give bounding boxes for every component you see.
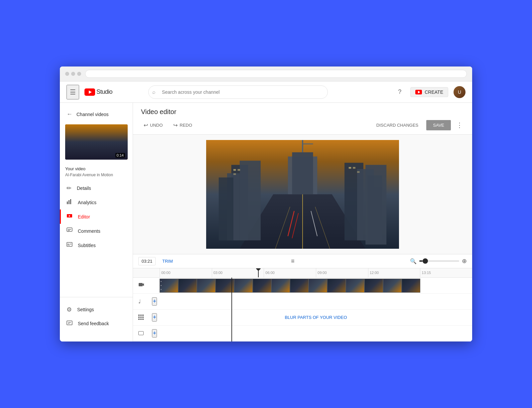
youtube-logo-icon (84, 88, 95, 96)
card-icon (138, 331, 144, 335)
redo-icon: ↪ (173, 122, 178, 128)
video-track-content (160, 278, 472, 293)
film-frame-11 (346, 279, 364, 293)
camera-icon (138, 282, 144, 288)
playhead[interactable] (258, 268, 259, 277)
svg-rect-12 (67, 242, 72, 246)
sidebar-item-analytics[interactable]: Analytics (60, 195, 133, 209)
ruler-mark-3: 09:00 (316, 268, 368, 278)
browser-chrome (60, 67, 472, 81)
add-blur-button[interactable]: + (152, 313, 157, 322)
svg-rect-31 (233, 169, 236, 171)
music-track-row: ♩ + (133, 294, 472, 310)
timeline-toolbar: 03:21 TRIM ≡ 🔍 (133, 254, 472, 268)
timeline-ruler: 00:00 03:00 06:00 09:00 12:00 13:15 (133, 268, 472, 278)
film-frame-7 (271, 279, 290, 293)
film-frame-6 (253, 279, 271, 293)
search-input[interactable] (148, 85, 328, 99)
video-track-row (133, 278, 472, 294)
back-arrow-icon: ← (66, 111, 72, 118)
search-bar: ⌕ (148, 85, 328, 99)
sidebar-item-settings[interactable]: ⚙ Settings (60, 303, 133, 317)
video-frame (206, 140, 399, 248)
sidebar-item-editor[interactable]: Editor (60, 209, 133, 224)
thumbnail-duration: 0:14 (115, 153, 125, 158)
hamburger-menu-button[interactable]: ☰ (66, 85, 79, 99)
svg-rect-5 (68, 200, 69, 204)
music-track-content (160, 294, 472, 309)
sidebar-item-subtitles[interactable]: Subtitles (60, 238, 133, 252)
sidebar-label-comments: Comments (78, 228, 100, 234)
sidebar-label-subtitles: Subtitles (78, 243, 96, 248)
avatar-initials: U (458, 89, 461, 95)
film-frame-14 (402, 279, 420, 293)
card-track-content (160, 326, 472, 341)
ruler-mark-2: 06:00 (264, 268, 316, 278)
blur-track-content: BLUR PARTS OF YOUR VIDEO (160, 310, 472, 325)
video-thumbnail[interactable]: 0:14 (65, 124, 128, 160)
zoom-slider[interactable] (419, 260, 459, 262)
card-track-label: + (133, 329, 160, 338)
browser-dot-red (65, 72, 69, 76)
svg-rect-40 (357, 171, 360, 173)
editor-title: Video editor (141, 108, 464, 116)
film-frame-2 (178, 279, 197, 293)
create-label: CREATE (425, 89, 443, 95)
ruler-mark-1: 03:00 (212, 268, 264, 278)
card-track-row: + (133, 326, 472, 341)
nav-right: ? CREATE U (394, 86, 466, 98)
toolbar-left: ↩ UNDO ↪ REDO (141, 121, 195, 130)
discard-changes-button[interactable]: DISCARD CHANGES (372, 120, 422, 130)
browser-dot-green (77, 72, 81, 76)
toolbar-right: DISCARD CHANGES SAVE ⋮ (372, 120, 464, 130)
main-layout: ← Channel videos 0:14 Your video Al-Fara… (60, 103, 472, 341)
top-nav: ☰ Studio ⌕ ? CREATE (60, 81, 472, 103)
sidebar-back-button[interactable]: ← Channel videos (60, 108, 133, 120)
svg-rect-6 (70, 199, 71, 204)
avatar[interactable]: U (454, 86, 466, 98)
sidebar-label-analytics: Analytics (78, 200, 96, 205)
create-icon (415, 90, 422, 94)
svg-rect-37 (365, 165, 386, 245)
redo-button[interactable]: ↪ REDO (171, 121, 195, 130)
comments-icon (66, 227, 72, 235)
sidebar-label-editor: Editor (78, 214, 90, 219)
editor-icon (66, 213, 72, 220)
add-music-button[interactable]: + (152, 297, 157, 306)
music-track-label: ♩ + (133, 297, 160, 306)
settings-icon: ⚙ (66, 306, 72, 313)
add-card-button[interactable]: + (152, 329, 157, 338)
track-playhead-line (231, 278, 232, 341)
ruler-mark-4: 12:00 (368, 268, 420, 278)
svg-rect-30 (240, 161, 261, 241)
create-button[interactable]: CREATE (410, 87, 448, 97)
sidebar: ← Channel videos 0:14 Your video Al-Fara… (60, 103, 133, 341)
sidebar-item-feedback[interactable]: Send feedback (60, 317, 133, 331)
film-frame-5 (234, 279, 253, 293)
film-frame-12 (364, 279, 383, 293)
music-icon: ♩ (138, 298, 141, 305)
sidebar-label-details: Details (77, 186, 91, 191)
browser-addressbar[interactable] (85, 70, 467, 78)
zoom-in-icon[interactable]: ⊕ (462, 257, 467, 265)
zoom-out-icon[interactable]: 🔍 (410, 258, 417, 264)
browser-window: ☰ Studio ⌕ ? CREATE (60, 67, 472, 341)
film-frame-3 (197, 279, 215, 293)
more-options-button[interactable]: ⋮ (455, 120, 464, 130)
help-button[interactable]: ? (394, 87, 405, 97)
blur-cta-text[interactable]: BLUR PARTS OF YOUR VIDEO (160, 310, 472, 325)
time-display: 03:21 (138, 257, 156, 265)
undo-button[interactable]: ↩ UNDO (141, 121, 165, 130)
sidebar-item-details[interactable]: ✏ Details (60, 181, 133, 195)
sidebar-item-comments[interactable]: Comments (60, 224, 133, 238)
blur-track-row: + BLUR PARTS OF YOUR VIDEO (133, 310, 472, 326)
undo-icon: ↩ (144, 122, 148, 128)
video-preview-area (133, 135, 472, 254)
svg-rect-4 (67, 202, 68, 204)
trim-button[interactable]: TRIM (160, 257, 176, 265)
back-label: Channel videos (76, 112, 109, 117)
save-label: SAVE (433, 123, 444, 128)
save-button[interactable]: SAVE (426, 120, 451, 130)
ruler-mark-0: 00:00 (160, 268, 212, 278)
pencil-icon: ✏ (66, 185, 71, 192)
